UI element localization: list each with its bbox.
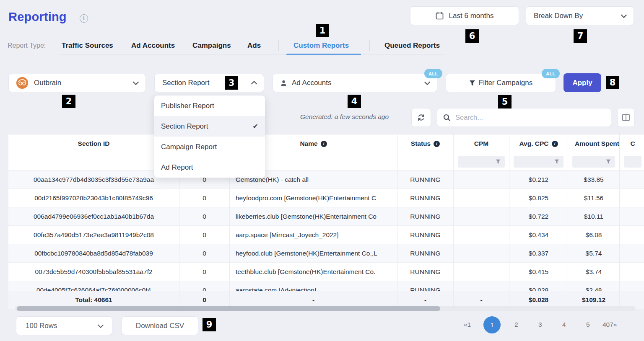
search-icon xyxy=(443,114,451,121)
funnel-icon xyxy=(606,159,611,164)
horizontal-scrollbar-track[interactable] xyxy=(15,306,636,311)
table-filter-row xyxy=(8,153,644,170)
date-range-button[interactable]: Last 6 months xyxy=(410,6,519,25)
cell-avg-cpc: $0.434 xyxy=(509,226,568,244)
rows-per-page-select[interactable]: 100 Rows xyxy=(16,316,112,335)
download-csv-label: Download CSV xyxy=(136,322,184,330)
report-type-select[interactable]: Section Report xyxy=(154,74,264,92)
filter-campaigns-label: Filter Campaigns xyxy=(479,79,533,87)
col-header-extra[interactable]: C xyxy=(620,134,644,153)
filter-campaigns-button[interactable]: Filter Campaigns xyxy=(446,74,556,92)
cell-status: RUNNING xyxy=(397,170,454,189)
menu-item-label: Section Report xyxy=(161,122,208,131)
download-csv-button[interactable]: Download CSV xyxy=(122,316,198,335)
tab-ads[interactable]: Ads xyxy=(247,41,261,50)
table-row[interactable]: 00de4005f7c626064af7c76f000006c0f4 0 aar… xyxy=(8,281,644,291)
cell-name: aarp.space [Mirrcast_Joyech_2022] xyxy=(230,226,397,244)
split-columns-icon xyxy=(622,114,630,121)
table-row[interactable]: 0073de5b59d740300f5b5baf85531aa7f2 0 tee… xyxy=(8,263,644,281)
table-row[interactable]: 00fe357a490d5173e2ee3a9811949b2c08 0 aar… xyxy=(8,226,644,244)
pagination-page-3[interactable]: 3 xyxy=(538,321,542,328)
avg-cpc-filter-cell xyxy=(509,153,568,170)
col-header-status[interactable]: Status xyxy=(397,134,454,153)
clipped-row-wrapper: 00de4005f7c626064af7c76f000006c0f4 0 aar… xyxy=(8,281,644,291)
cpm-filter-cell xyxy=(454,153,509,170)
calendar-icon xyxy=(436,12,444,20)
reporting-page: Reporting Last 6 months Break Down By Re… xyxy=(0,0,644,341)
funnel-icon xyxy=(554,159,559,164)
ad-accounts-label: Ad Accounts xyxy=(292,79,332,87)
cell-name: heyfoodpro.com [Gemstone(HK)Entertainmen… xyxy=(230,189,397,207)
cell-avg-cpc: $0.825 xyxy=(509,189,568,207)
pagination-page-2[interactable]: 2 xyxy=(514,321,518,328)
menu-item-campaign-report[interactable]: Campaign Report xyxy=(154,137,265,157)
check-icon xyxy=(253,122,258,131)
annotation-badge-7: 7 xyxy=(574,29,587,43)
table-header-row: Section ID Name Status CPM Avg. CPC Amou… xyxy=(8,134,644,153)
info-icon[interactable] xyxy=(80,14,88,23)
breakdown-select[interactable]: Break Down By xyxy=(526,6,634,25)
ad-accounts-select[interactable]: Ad Accounts xyxy=(273,74,437,92)
col-header-section-id[interactable]: Section ID xyxy=(8,134,179,153)
cell-name: likeberries.club [Gemstone(HK)Entertainm… xyxy=(230,207,397,225)
pagination-last[interactable]: 407» xyxy=(602,321,617,328)
avg-cpc-filter-box[interactable] xyxy=(514,156,564,168)
tabs-baseline xyxy=(59,54,446,55)
pagination-first[interactable]: «1 xyxy=(464,321,471,328)
col-header-cpm[interactable]: CPM xyxy=(454,134,509,153)
cell-avg-cpc: $0.028 xyxy=(509,281,568,291)
search-box[interactable] xyxy=(437,108,611,127)
cell-cpm xyxy=(454,281,509,291)
search-input[interactable] xyxy=(455,114,605,121)
tab-campaigns[interactable]: Campaigns xyxy=(192,41,231,50)
cell-cpm xyxy=(454,189,509,207)
pagination-page-5[interactable]: 5 xyxy=(586,321,590,328)
generated-timestamp: Generated: a few seconds ago xyxy=(300,113,389,121)
cell-cpm xyxy=(454,207,509,225)
cell-section-id: 00fe357a490d5173e2ee3a9811949b2c08 xyxy=(8,226,179,244)
col-header-label: Avg. CPC xyxy=(519,140,548,147)
tab-custom-reports[interactable]: Custom Reports xyxy=(293,41,349,50)
refresh-button[interactable] xyxy=(411,108,431,127)
cpm-filter-box[interactable] xyxy=(458,156,505,168)
tab-ad-accounts[interactable]: Ad Accounts xyxy=(131,41,175,50)
col-header-avg-cpc[interactable]: Avg. CPC xyxy=(509,134,568,153)
menu-item-publisher-report[interactable]: Publisher Report xyxy=(154,96,265,116)
cell-status: RUNNING xyxy=(397,207,454,225)
chevron-down-icon xyxy=(424,79,430,85)
funnel-icon xyxy=(496,159,501,164)
cell-col2: 0 xyxy=(179,226,230,244)
tab-traffic-sources[interactable]: Traffic Sources xyxy=(62,41,113,50)
cell-amount-spent: $2.48 xyxy=(568,281,620,291)
cell-section-id: 00de4005f7c626064af7c76f000006c0f4 xyxy=(8,281,179,291)
apply-button[interactable]: Apply xyxy=(564,73,601,92)
network-select[interactable]: Outbrain xyxy=(8,74,146,92)
menu-item-section-report[interactable]: Section Report xyxy=(154,116,265,137)
cell-avg-cpc: $0.722 xyxy=(509,207,568,225)
annotation-badge-1: 1 xyxy=(316,24,329,37)
cell-avg-cpc: $0.415 xyxy=(509,263,568,281)
table-row[interactable]: 00fbcbc109780840ba8d5d854d78fab039 0 hey… xyxy=(8,244,644,263)
table-row[interactable]: 006ad4799e06936ef0cc1ab1a40b1b67da 0 lik… xyxy=(8,207,644,226)
annotation-badge-3: 3 xyxy=(225,76,238,90)
column-picker-button[interactable] xyxy=(617,108,635,127)
table-row[interactable]: 00d2165f997028b23043b1c80f85749c96 0 hey… xyxy=(8,189,644,207)
cell-cpm xyxy=(454,170,509,189)
active-tab-underline xyxy=(286,54,361,55)
tab-queued-reports[interactable]: Queued Reports xyxy=(384,41,440,50)
menu-item-ad-report[interactable]: Ad Report xyxy=(154,157,265,178)
amount-spent-filter-box[interactable] xyxy=(572,156,615,168)
col-header-amount-spent[interactable]: Amount Spent xyxy=(568,134,620,153)
cell-name: heyfood.club [Gemstone(HK)Entertainment … xyxy=(230,244,397,262)
col-header-label: Name xyxy=(300,140,317,147)
table-row[interactable]: 00aa134c977db4d3035c3f33d55e73a9aa 0 Gem… xyxy=(8,170,644,189)
annotation-badge-5: 5 xyxy=(498,95,512,108)
cell-cpm xyxy=(454,226,509,244)
horizontal-scrollbar-thumb[interactable] xyxy=(17,306,440,311)
cell-col2: 0 xyxy=(179,207,230,225)
report-type-value: Section Report xyxy=(162,79,209,87)
pagination-page-1[interactable]: 1 xyxy=(483,316,501,333)
extra-filter-box[interactable] xyxy=(624,156,641,168)
pagination-page-4[interactable]: 4 xyxy=(562,321,566,328)
annotation-badge-2: 2 xyxy=(62,95,75,108)
